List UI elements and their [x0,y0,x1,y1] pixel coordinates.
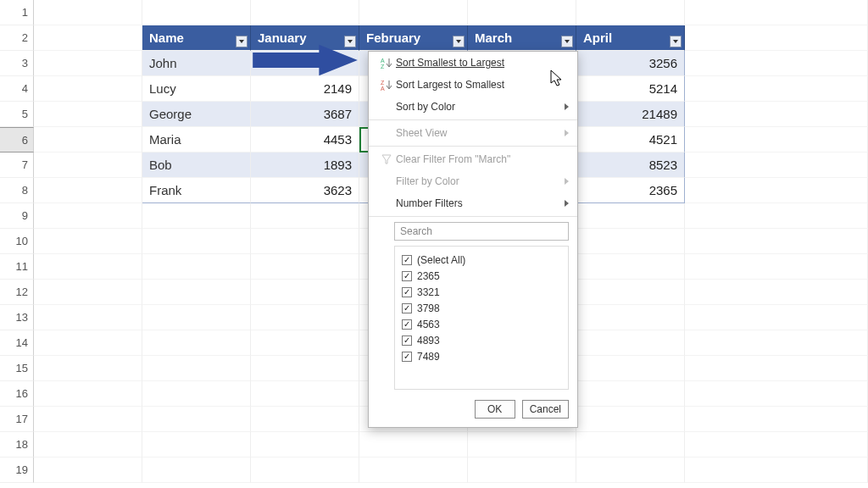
cell[interactable] [576,407,685,432]
cell[interactable] [34,254,142,280]
select-all-item[interactable]: ✓ (Select All) [402,252,561,268]
cell[interactable] [142,254,251,280]
filter-value-item[interactable]: ✓3798 [402,300,561,316]
cell[interactable]: 8523 [576,152,685,178]
cell[interactable] [142,407,251,432]
filter-dropdown-button[interactable] [236,36,248,47]
cell[interactable] [576,254,685,280]
cell[interactable] [142,432,251,458]
cell[interactable] [34,458,142,483]
row-header[interactable]: 12 [0,280,34,305]
cell[interactable] [576,356,685,381]
column-header-february[interactable]: February [359,25,468,51]
column-header-name[interactable]: Name [142,25,251,51]
cell[interactable] [685,280,868,305]
row-header[interactable]: 19 [0,458,34,483]
cell[interactable]: John [142,51,251,76]
filter-dropdown-button[interactable] [453,36,465,47]
cell[interactable] [468,458,576,483]
cell[interactable] [576,280,685,305]
cell[interactable]: Frank [142,178,251,203]
cell[interactable] [34,178,142,203]
cell[interactable] [142,381,251,407]
cell[interactable] [251,356,359,381]
cell[interactable] [685,51,868,76]
row-header[interactable]: 13 [0,305,34,330]
sort-color-item[interactable]: Sort by Color [369,96,577,118]
cell[interactable]: Bob [142,152,251,178]
cell[interactable] [576,229,685,254]
filter-dropdown[interactable]: AZ Sort Smallest to Largest ZA Sort Larg… [368,51,578,428]
cell[interactable] [34,0,142,25]
row-header[interactable]: 9 [0,203,34,229]
cell[interactable] [34,152,142,178]
cell[interactable] [251,407,359,432]
row-header[interactable]: 10 [0,229,34,254]
row-header[interactable]: 11 [0,254,34,280]
cell[interactable] [34,76,142,102]
cell[interactable] [251,432,359,458]
column-header-march[interactable]: March [468,25,576,51]
cell[interactable] [34,432,142,458]
cell[interactable] [34,25,142,51]
cell[interactable] [142,280,251,305]
cell[interactable]: 3687 [251,102,359,127]
cell[interactable] [685,356,868,381]
cell[interactable]: 5214 [576,76,685,102]
cell[interactable] [251,203,359,229]
filter-values-list[interactable]: ✓ (Select All) ✓2365✓3321✓3798✓4563✓4893… [394,246,569,390]
cell[interactable] [359,432,468,458]
cell[interactable] [251,280,359,305]
cell[interactable]: 3623 [251,178,359,203]
cell[interactable] [685,330,868,356]
cell[interactable] [576,458,685,483]
cell[interactable] [685,432,868,458]
cell[interactable] [685,458,868,483]
cell[interactable]: George [142,102,251,127]
cell[interactable] [251,458,359,483]
cell[interactable] [142,356,251,381]
cell[interactable] [34,51,142,76]
cell[interactable] [34,203,142,229]
row-header[interactable]: 7 [0,152,34,178]
filter-value-item[interactable]: ✓4563 [402,316,561,332]
row-header[interactable]: 14 [0,330,34,356]
row-header[interactable]: 4 [0,76,34,102]
cell[interactable]: 4453 [251,127,359,152]
cell[interactable] [34,102,142,127]
cell[interactable] [685,407,868,432]
cell[interactable] [34,305,142,330]
cell[interactable] [685,152,868,178]
row-header[interactable]: 15 [0,356,34,381]
cell[interactable] [142,305,251,330]
cell[interactable] [685,203,868,229]
cell[interactable] [685,102,868,127]
cell[interactable] [34,127,142,152]
cell[interactable] [251,0,359,25]
sort-asc-item[interactable]: AZ Sort Smallest to Largest [369,52,577,74]
cell[interactable] [142,330,251,356]
cell[interactable] [685,0,868,25]
cell[interactable] [685,127,868,152]
filter-value-item[interactable]: ✓7489 [402,348,561,364]
number-filters-item[interactable]: Number Filters [369,192,577,214]
sort-desc-item[interactable]: ZA Sort Largest to Smallest [369,74,577,96]
cell[interactable] [576,203,685,229]
row-header[interactable]: 6 [0,127,34,152]
cell[interactable]: Maria [142,127,251,152]
cell[interactable] [359,458,468,483]
cell[interactable] [34,229,142,254]
cell[interactable] [142,203,251,229]
cell[interactable] [685,254,868,280]
filter-search-input[interactable]: Search [394,222,569,241]
cell[interactable] [34,356,142,381]
cell[interactable] [685,25,868,51]
cell[interactable] [685,305,868,330]
cell[interactable] [251,381,359,407]
cell[interactable] [576,330,685,356]
filter-dropdown-button[interactable] [670,36,682,47]
cell[interactable] [34,381,142,407]
row-header[interactable]: 8 [0,178,34,203]
cell[interactable] [685,76,868,102]
cell[interactable] [685,178,868,203]
